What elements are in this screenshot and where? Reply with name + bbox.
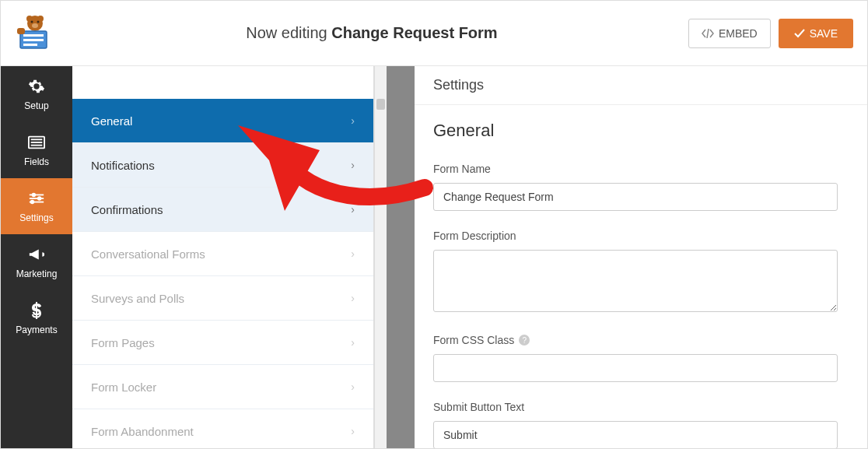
sidebar-item-label: Form Pages <box>91 336 155 349</box>
dollar-icon: $ <box>27 301 46 320</box>
sidebar-item-notifications[interactable]: Notifications › <box>72 143 373 188</box>
content-header: Settings <box>415 66 867 105</box>
form-description-label: Form Description <box>433 230 849 242</box>
scrollbar-thumb[interactable] <box>376 99 385 110</box>
sidebar-item-form-locker[interactable]: Form Locker › <box>72 365 373 409</box>
nav-label: Fields <box>24 156 49 167</box>
nav-label: Marketing <box>16 268 58 279</box>
primary-nav: Setup Fields Settings Marketing $ Paymen… <box>1 66 72 449</box>
code-icon <box>702 29 714 38</box>
chevron-right-icon: › <box>351 159 355 171</box>
app-logo <box>15 14 55 53</box>
sidebar-item-surveys-polls[interactable]: Surveys and Polls › <box>72 276 373 321</box>
chevron-right-icon: › <box>351 425 355 437</box>
sidebar-item-label: Conversational Forms <box>91 247 205 261</box>
megaphone-icon <box>27 245 46 264</box>
label-text: Form CSS Class <box>433 334 514 346</box>
svg-point-4 <box>37 20 40 23</box>
svg-point-16 <box>33 194 36 197</box>
topbar: Now editing Change Request Form EMBED SA… <box>1 1 867 66</box>
nav-item-fields[interactable]: Fields <box>1 122 72 178</box>
chevron-right-icon: › <box>351 203 355 216</box>
nav-item-settings[interactable]: Settings <box>1 178 72 234</box>
form-name-input[interactable] <box>433 183 838 211</box>
form-css-class-input[interactable] <box>433 354 838 382</box>
topbar-left <box>15 14 55 53</box>
form-title: Change Request Form <box>331 24 497 41</box>
submit-button-text-input[interactable] <box>433 421 838 449</box>
content-body: General Form Name Form Description Form … <box>415 105 867 449</box>
chevron-right-icon: › <box>351 292 355 304</box>
sidebar-scrollbar[interactable] <box>374 66 387 449</box>
chevron-right-icon: › <box>351 114 355 127</box>
nav-label: Payments <box>16 324 57 335</box>
nav-label: Setup <box>24 100 48 111</box>
topbar-actions: EMBED SAVE <box>688 19 853 48</box>
content-gutter <box>387 66 415 449</box>
editing-prefix: Now editing <box>246 24 331 41</box>
list-icon <box>27 133 46 152</box>
nav-item-payments[interactable]: $ Payments <box>1 290 72 346</box>
chevron-right-icon: › <box>351 381 355 393</box>
field-form-description: Form Description <box>433 230 849 315</box>
sidebar-item-form-pages[interactable]: Form Pages › <box>72 321 373 365</box>
sidebar-item-label: Confirmations <box>91 203 163 216</box>
section-title: General <box>433 121 849 141</box>
svg-point-18 <box>38 197 41 200</box>
sidebar-item-confirmations[interactable]: Confirmations › <box>72 188 373 232</box>
main: Setup Fields Settings Marketing $ Paymen… <box>1 66 867 449</box>
svg-point-5 <box>32 23 38 28</box>
chevron-right-icon: › <box>351 247 355 260</box>
sidebar-item-label: Form Abandonment <box>91 425 194 438</box>
sidebar-item-label: Form Locker <box>91 381 156 394</box>
svg-point-20 <box>31 201 34 204</box>
svg-rect-10 <box>17 28 25 34</box>
check-icon <box>794 29 805 38</box>
nav-item-setup[interactable]: Setup <box>1 66 72 122</box>
save-label: SAVE <box>810 27 838 40</box>
sidebar-item-form-abandonment[interactable]: Form Abandonment › <box>72 409 373 449</box>
field-form-css-class: Form CSS Class ? <box>433 334 849 382</box>
svg-rect-8 <box>23 39 44 41</box>
svg-rect-9 <box>23 44 37 46</box>
field-form-name: Form Name <box>433 163 849 211</box>
svg-point-3 <box>31 20 33 23</box>
embed-button[interactable]: EMBED <box>688 19 771 48</box>
form-css-class-label: Form CSS Class ? <box>433 334 849 346</box>
embed-label: EMBED <box>719 27 758 40</box>
nav-item-marketing[interactable]: Marketing <box>1 234 72 290</box>
svg-text:$: $ <box>32 302 40 318</box>
form-name-label: Form Name <box>433 163 849 175</box>
content-panel: Settings General Form Name Form Descript… <box>415 66 867 449</box>
sidebar-item-label: General <box>91 114 132 128</box>
form-description-input[interactable] <box>433 250 838 312</box>
sidebar-item-conversational-forms[interactable]: Conversational Forms › <box>72 232 373 276</box>
svg-rect-7 <box>23 34 44 37</box>
help-icon[interactable]: ? <box>519 335 530 346</box>
settings-sidebar: General › Notifications › Confirmations … <box>72 66 374 449</box>
nav-label: Settings <box>19 212 53 223</box>
sidebar-item-label: Surveys and Polls <box>91 292 184 305</box>
sidebar-item-label: Notifications <box>91 159 155 172</box>
gear-icon <box>27 77 46 96</box>
sidebar-item-general[interactable]: General › <box>72 99 373 143</box>
sliders-icon <box>27 189 46 208</box>
field-submit-button-text: Submit Button Text <box>433 401 849 449</box>
chevron-right-icon: › <box>351 336 355 349</box>
submit-button-text-label: Submit Button Text <box>433 401 849 413</box>
page-title: Now editing Change Request Form <box>55 24 688 42</box>
save-button[interactable]: SAVE <box>779 19 853 48</box>
